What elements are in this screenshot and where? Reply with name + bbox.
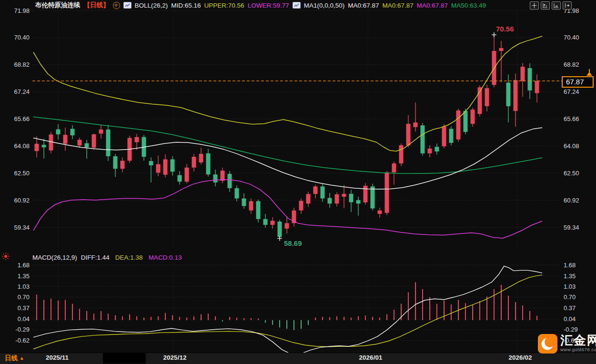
chart-canvas[interactable]: 71.9871.9870.4070.4068.8268.8267.2467.24… (0, 0, 596, 364)
candle-body[interactable] (442, 126, 446, 146)
candle-body[interactable] (149, 161, 153, 165)
candle-body[interactable] (306, 194, 311, 203)
candle-body[interactable] (349, 194, 354, 202)
macd-axis-label: 1.35 (18, 273, 30, 280)
candle-body[interactable] (121, 161, 125, 169)
candle-body[interactable] (514, 80, 518, 111)
macd-label: MACD(26,12,9) (32, 254, 77, 261)
fit-horizontal-icon[interactable] (552, 1, 561, 10)
timeframe-selector[interactable]: 日线 ▲ (5, 354, 24, 363)
y-axis-label: 59.34 (14, 224, 30, 231)
candle-body[interactable] (399, 145, 404, 163)
candle-body[interactable] (185, 168, 189, 182)
ma-indicator-icon[interactable] (293, 2, 301, 9)
scroll-right-icon[interactable] (563, 1, 572, 10)
y-axis-label: 62.50 (564, 170, 579, 177)
candle-body[interactable] (135, 137, 139, 142)
candle-body[interactable] (406, 124, 411, 145)
candle-body[interactable] (242, 199, 246, 206)
candle-body[interactable] (506, 83, 511, 106)
ma0-value-yellow: MA0:67.87 (383, 2, 414, 9)
candle-body[interactable] (435, 147, 439, 152)
candle-body[interactable] (206, 153, 211, 174)
candle-body[interactable] (371, 186, 375, 208)
candle-body[interactable] (235, 188, 239, 199)
candle-body[interactable] (256, 201, 261, 219)
boll-indicator-icon[interactable] (123, 2, 131, 9)
y-axis-label: 70.40 (564, 34, 579, 41)
macd-axis-label: 0.37 (564, 304, 576, 312)
candle-body[interactable] (49, 134, 53, 150)
chart-app: 71.9871.9870.4070.4068.8268.8267.2467.24… (0, 0, 596, 364)
candle-body[interactable] (471, 110, 475, 124)
candle-body[interactable] (321, 186, 325, 198)
y-axis-label: 68.82 (564, 61, 579, 68)
y-axis-label: 71.98 (14, 7, 30, 14)
candle-body[interactable] (528, 68, 532, 91)
candle-body[interactable] (278, 222, 282, 237)
candle-body[interactable] (414, 122, 418, 127)
candle-body[interactable] (364, 186, 368, 202)
logo-url: www.gold678.com (560, 347, 596, 352)
candle-body[interactable] (42, 145, 46, 147)
y-axis-label: 60.92 (14, 197, 30, 204)
candle-body[interactable] (428, 149, 432, 153)
candle-body[interactable] (249, 201, 253, 210)
candle-body[interactable] (113, 156, 118, 169)
candle-body[interactable] (421, 125, 425, 153)
candle-body[interactable] (335, 194, 339, 203)
candle-body[interactable] (71, 129, 75, 135)
boll-upper-value: UPPER:70.56 (204, 2, 244, 9)
macd-axis-label: 0.04 (18, 315, 30, 323)
y-axis-label: 64.08 (14, 142, 30, 150)
macd-axis-label: 0.37 (18, 304, 30, 312)
candle-body[interactable] (499, 48, 504, 51)
candle-body[interactable] (63, 135, 68, 144)
macd-axis-label: -0.29 (564, 326, 578, 333)
fit-vertical-icon[interactable] (541, 1, 550, 10)
candle-body[interactable] (78, 140, 82, 145)
candle-body[interactable] (171, 159, 175, 172)
candle-body[interactable] (35, 144, 39, 151)
macd-axis-label: 1.68 (564, 262, 576, 269)
pan-icon[interactable] (530, 1, 539, 10)
candle-body[interactable] (485, 88, 489, 106)
candle-body[interactable] (192, 157, 196, 168)
candle-body[interactable] (163, 159, 168, 174)
candle-body[interactable] (85, 143, 89, 148)
candle-body[interactable] (449, 129, 454, 143)
candle-body[interactable] (92, 134, 96, 148)
last-price-tag: 67.87 (562, 76, 594, 88)
y-axis-label: 62.50 (14, 170, 30, 177)
y-axis-label: 67.24 (14, 88, 30, 95)
candle-body[interactable] (521, 67, 525, 81)
candle-body[interactable] (392, 163, 396, 172)
candle-body[interactable] (456, 111, 461, 140)
candle-body[interactable] (178, 175, 182, 182)
date-label: 2026/01 (359, 354, 383, 361)
timeframe-badge[interactable]: 【日线】 (84, 1, 110, 10)
candle-body[interactable] (99, 130, 103, 134)
candle-body[interactable] (263, 219, 268, 225)
candle-body[interactable] (464, 111, 468, 132)
candle-body[interactable] (56, 129, 61, 134)
candle-body[interactable] (378, 211, 382, 214)
candle-body[interactable] (271, 221, 275, 225)
logo-text: 汇金网 (560, 334, 596, 347)
ma0-value-magenta: MA0:67.87 (417, 2, 448, 9)
add-indicator-icon[interactable] (113, 2, 120, 9)
candle-body[interactable] (156, 164, 161, 173)
candle-body[interactable] (213, 174, 218, 182)
candle-body[interactable] (106, 130, 111, 156)
candle-body[interactable] (285, 223, 289, 229)
candle-body[interactable] (342, 194, 346, 197)
candle-body[interactable] (313, 186, 318, 194)
candle-body[interactable] (228, 174, 232, 188)
candle-body[interactable] (535, 81, 539, 93)
y-axis-label: 67.24 (564, 88, 579, 95)
candle-body[interactable] (356, 200, 361, 203)
candle-body[interactable] (385, 172, 389, 213)
candle-body[interactable] (299, 201, 303, 211)
candle-body[interactable] (199, 154, 203, 162)
candle-body[interactable] (328, 198, 332, 203)
